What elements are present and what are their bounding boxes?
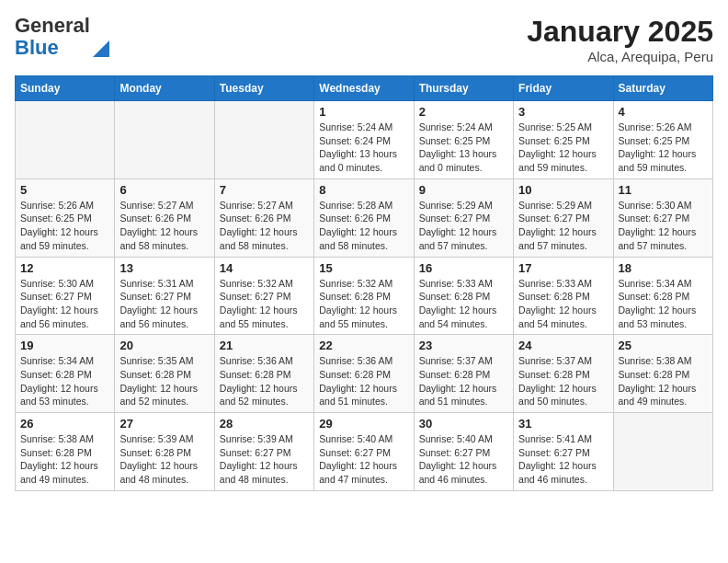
day-info: Sunrise: 5:27 AMSunset: 6:26 PMDaylight:…	[220, 199, 309, 253]
header-friday: Friday	[514, 76, 613, 101]
day-number: 18	[619, 261, 708, 275]
svg-marker-0	[93, 40, 109, 57]
day-number: 25	[619, 339, 708, 352]
calendar-cell: 24Sunrise: 5:37 AMSunset: 6:28 PMDayligh…	[514, 335, 613, 413]
day-number: 13	[119, 261, 209, 275]
calendar-cell: 6Sunrise: 5:27 AMSunset: 6:26 PMDaylight…	[115, 178, 214, 257]
calendar-cell: 30Sunrise: 5:40 AMSunset: 6:27 PMDayligh…	[414, 413, 513, 491]
calendar-cell: 29Sunrise: 5:40 AMSunset: 6:27 PMDayligh…	[314, 413, 414, 491]
day-number: 2	[419, 105, 508, 119]
day-number: 22	[319, 339, 408, 352]
day-info: Sunrise: 5:40 AMSunset: 6:27 PMDaylight:…	[319, 432, 408, 487]
title-block: January 2025 Alca, Arequipa, Peru	[527, 15, 713, 64]
day-info: Sunrise: 5:30 AMSunset: 6:27 PMDaylight:…	[619, 199, 708, 253]
day-info: Sunrise: 5:27 AMSunset: 6:26 PMDaylight:…	[119, 199, 209, 253]
page-header: General Blue January 2025 Alca, Arequipa…	[15, 15, 713, 64]
calendar-cell: 19Sunrise: 5:34 AMSunset: 6:28 PMDayligh…	[16, 335, 115, 413]
day-info: Sunrise: 5:41 AMSunset: 6:27 PMDaylight:…	[518, 432, 608, 487]
day-number: 1	[319, 105, 408, 119]
calendar-cell: 31Sunrise: 5:41 AMSunset: 6:27 PMDayligh…	[514, 413, 613, 491]
day-number: 10	[518, 183, 608, 197]
day-number: 19	[20, 339, 109, 352]
calendar-cell: 28Sunrise: 5:39 AMSunset: 6:27 PMDayligh…	[214, 413, 313, 491]
day-number: 28	[220, 417, 309, 431]
calendar-cell: 15Sunrise: 5:32 AMSunset: 6:28 PMDayligh…	[314, 257, 414, 335]
calendar-cell: 8Sunrise: 5:28 AMSunset: 6:26 PMDaylight…	[314, 178, 414, 257]
day-info: Sunrise: 5:24 AMSunset: 6:25 PMDaylight:…	[419, 121, 508, 175]
day-info: Sunrise: 5:30 AMSunset: 6:27 PMDaylight:…	[20, 277, 109, 331]
header-sunday: Sunday	[16, 76, 115, 101]
day-number: 8	[319, 183, 408, 197]
day-info: Sunrise: 5:34 AMSunset: 6:28 PMDaylight:…	[20, 354, 109, 408]
day-number: 17	[518, 261, 608, 275]
month-title: January 2025	[527, 15, 713, 49]
day-info: Sunrise: 5:35 AMSunset: 6:28 PMDaylight:…	[119, 354, 209, 408]
day-info: Sunrise: 5:26 AMSunset: 6:25 PMDaylight:…	[20, 199, 109, 253]
day-number: 16	[419, 261, 508, 275]
day-info: Sunrise: 5:29 AMSunset: 6:27 PMDaylight:…	[419, 199, 508, 253]
calendar-cell: 26Sunrise: 5:38 AMSunset: 6:28 PMDayligh…	[16, 413, 115, 491]
calendar-cell: 17Sunrise: 5:33 AMSunset: 6:28 PMDayligh…	[514, 257, 613, 335]
calendar-table: SundayMondayTuesdayWednesdayThursdayFrid…	[15, 75, 713, 491]
calendar-cell	[214, 101, 313, 179]
day-number: 27	[119, 417, 209, 431]
day-number: 21	[220, 339, 309, 352]
day-number: 30	[419, 417, 508, 431]
day-number: 11	[619, 183, 708, 197]
calendar-cell: 25Sunrise: 5:38 AMSunset: 6:28 PMDayligh…	[613, 335, 712, 413]
header-wednesday: Wednesday	[314, 76, 414, 101]
day-info: Sunrise: 5:33 AMSunset: 6:28 PMDaylight:…	[518, 277, 608, 331]
day-number: 5	[20, 183, 109, 197]
calendar-cell: 1Sunrise: 5:24 AMSunset: 6:24 PMDaylight…	[314, 101, 414, 179]
day-info: Sunrise: 5:33 AMSunset: 6:28 PMDaylight:…	[419, 277, 508, 331]
calendar-cell: 14Sunrise: 5:32 AMSunset: 6:27 PMDayligh…	[214, 257, 313, 335]
calendar-week-1: 1Sunrise: 5:24 AMSunset: 6:24 PMDaylight…	[16, 101, 713, 179]
day-info: Sunrise: 5:28 AMSunset: 6:26 PMDaylight:…	[319, 199, 408, 253]
calendar-cell	[613, 413, 712, 491]
day-number: 24	[518, 339, 608, 352]
calendar-cell: 7Sunrise: 5:27 AMSunset: 6:26 PMDaylight…	[214, 178, 313, 257]
day-info: Sunrise: 5:39 AMSunset: 6:27 PMDaylight:…	[220, 432, 309, 487]
header-thursday: Thursday	[414, 76, 513, 101]
day-number: 3	[518, 105, 608, 119]
day-number: 31	[518, 417, 608, 431]
day-number: 26	[20, 417, 109, 431]
logo-triangle-icon	[93, 37, 109, 57]
day-info: Sunrise: 5:39 AMSunset: 6:28 PMDaylight:…	[119, 432, 209, 487]
logo-general: General	[15, 14, 90, 37]
calendar-cell: 13Sunrise: 5:31 AMSunset: 6:27 PMDayligh…	[115, 257, 214, 335]
day-info: Sunrise: 5:38 AMSunset: 6:28 PMDaylight:…	[619, 354, 708, 408]
calendar-cell: 18Sunrise: 5:34 AMSunset: 6:28 PMDayligh…	[613, 257, 712, 335]
calendar-week-4: 19Sunrise: 5:34 AMSunset: 6:28 PMDayligh…	[16, 335, 713, 413]
header-monday: Monday	[115, 76, 214, 101]
day-info: Sunrise: 5:32 AMSunset: 6:27 PMDaylight:…	[220, 277, 309, 331]
calendar-cell	[115, 101, 214, 179]
calendar-cell: 27Sunrise: 5:39 AMSunset: 6:28 PMDayligh…	[115, 413, 214, 491]
calendar-cell	[16, 101, 115, 179]
day-info: Sunrise: 5:26 AMSunset: 6:25 PMDaylight:…	[619, 121, 708, 175]
calendar-week-2: 5Sunrise: 5:26 AMSunset: 6:25 PMDaylight…	[16, 178, 713, 257]
day-info: Sunrise: 5:31 AMSunset: 6:27 PMDaylight:…	[119, 277, 209, 331]
day-number: 4	[619, 105, 708, 119]
day-number: 14	[220, 261, 309, 275]
day-number: 15	[319, 261, 408, 275]
day-info: Sunrise: 5:24 AMSunset: 6:24 PMDaylight:…	[319, 121, 408, 175]
day-info: Sunrise: 5:36 AMSunset: 6:28 PMDaylight:…	[319, 354, 408, 408]
calendar-cell: 21Sunrise: 5:36 AMSunset: 6:28 PMDayligh…	[214, 335, 313, 413]
calendar-cell: 9Sunrise: 5:29 AMSunset: 6:27 PMDaylight…	[414, 178, 513, 257]
calendar-cell: 2Sunrise: 5:24 AMSunset: 6:25 PMDaylight…	[414, 101, 513, 179]
calendar-week-3: 12Sunrise: 5:30 AMSunset: 6:27 PMDayligh…	[16, 257, 713, 335]
day-number: 12	[20, 261, 109, 275]
calendar-cell: 22Sunrise: 5:36 AMSunset: 6:28 PMDayligh…	[314, 335, 414, 413]
day-number: 6	[119, 183, 209, 197]
day-info: Sunrise: 5:37 AMSunset: 6:28 PMDaylight:…	[419, 354, 508, 408]
calendar-cell: 20Sunrise: 5:35 AMSunset: 6:28 PMDayligh…	[115, 335, 214, 413]
calendar-cell: 16Sunrise: 5:33 AMSunset: 6:28 PMDayligh…	[414, 257, 513, 335]
logo-text: General Blue	[15, 15, 109, 59]
calendar-cell: 5Sunrise: 5:26 AMSunset: 6:25 PMDaylight…	[16, 178, 115, 257]
location: Alca, Arequipa, Peru	[527, 49, 713, 64]
calendar-cell: 3Sunrise: 5:25 AMSunset: 6:25 PMDaylight…	[514, 101, 613, 179]
day-info: Sunrise: 5:34 AMSunset: 6:28 PMDaylight:…	[619, 277, 708, 331]
day-info: Sunrise: 5:40 AMSunset: 6:27 PMDaylight:…	[419, 432, 508, 487]
day-info: Sunrise: 5:29 AMSunset: 6:27 PMDaylight:…	[518, 199, 608, 253]
